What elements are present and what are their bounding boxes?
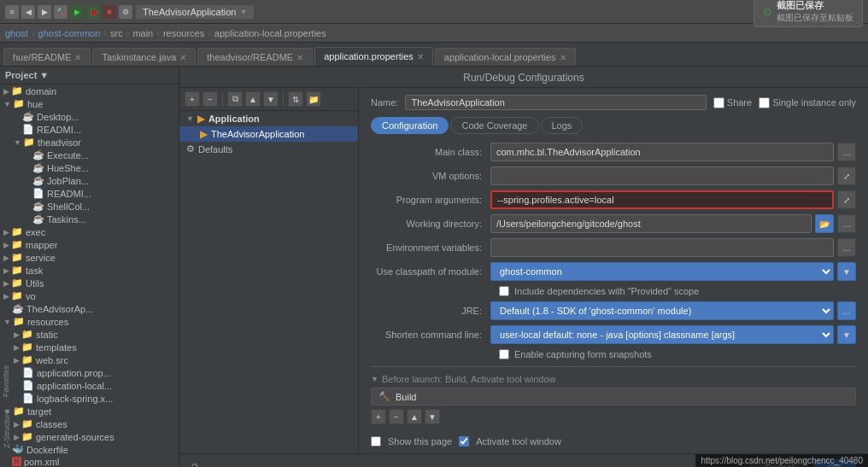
- program-args-input[interactable]: [490, 190, 834, 209]
- shorten-select[interactable]: user-local default: none - java [options…: [490, 325, 834, 344]
- menu-icon[interactable]: ≡: [5, 5, 19, 19]
- breadcrumb-resources[interactable]: resources: [163, 28, 204, 38]
- cancel-button[interactable]: Cancel: [750, 459, 808, 467]
- tab-logs[interactable]: Logs: [541, 117, 584, 134]
- breadcrumb-main[interactable]: main: [132, 28, 153, 38]
- breadcrumb-src[interactable]: src: [110, 28, 123, 38]
- share-checkbox[interactable]: Share: [713, 97, 752, 108]
- tab-application-local[interactable]: application-local.properties ✕: [435, 48, 576, 66]
- sidebar-tree-item[interactable]: 📄READMI...: [0, 187, 179, 200]
- sidebar-tree-item[interactable]: ▶📁static: [0, 328, 179, 341]
- sidebar-tree-item[interactable]: ▶📁Utils: [0, 277, 179, 289]
- module-btn[interactable]: ▼: [837, 262, 856, 281]
- tab-taskinstance-close[interactable]: ✕: [179, 53, 186, 62]
- sidebar-tree-item[interactable]: ▶📁exec: [0, 225, 179, 238]
- shorten-btn[interactable]: ▼: [837, 325, 856, 344]
- sidebar-tree-item[interactable]: 📄READMI...: [0, 123, 179, 136]
- sidebar-tree-item[interactable]: ▶📁classes: [0, 417, 179, 430]
- tab-code-coverage[interactable]: Code Coverage: [450, 117, 538, 134]
- working-dir-input[interactable]: [490, 214, 812, 233]
- down-launch-btn[interactable]: ▼: [425, 409, 440, 424]
- favorites-label[interactable]: Favorites: [0, 364, 12, 399]
- sidebar-tree-item[interactable]: ☕TheAdvisorAp...: [0, 302, 179, 315]
- tab-hue-readme-close[interactable]: ✕: [74, 53, 81, 62]
- sidebar-tree-item[interactable]: ☕Execute...: [0, 149, 179, 161]
- gear-icon[interactable]: ⚙: [119, 5, 132, 19]
- jre-select[interactable]: Default (1.8 - SDK of 'ghost-common' mod…: [490, 301, 834, 320]
- tab-theadvisor-readme[interactable]: theadvisor/README ✕: [197, 48, 313, 66]
- sidebar-tree-item[interactable]: ☕Desktop...: [0, 110, 179, 123]
- remove-launch-btn[interactable]: −: [389, 409, 404, 424]
- copy-config-btn[interactable]: ⧉: [227, 91, 243, 107]
- sidebar-tree-item[interactable]: ▶📁generated-sources: [0, 430, 179, 443]
- up-config-btn[interactable]: ▲: [245, 91, 261, 107]
- tab-application-properties-close[interactable]: ✕: [417, 52, 424, 61]
- breadcrumb-ghost-common[interactable]: ghost-common: [38, 28, 101, 38]
- sidebar-tree-item[interactable]: 📄application.prop...: [0, 366, 179, 379]
- activate-check[interactable]: [459, 436, 469, 447]
- sidebar-tree-item[interactable]: ▶📁service: [0, 251, 179, 264]
- sidebar-tree-item[interactable]: ▶📁vo: [0, 289, 179, 302]
- remove-config-btn[interactable]: −: [202, 91, 218, 107]
- sidebar-tree-item[interactable]: ▼📁hue: [0, 97, 179, 110]
- sort-config-btn[interactable]: ⇅: [288, 91, 303, 107]
- tab-taskinstance[interactable]: Taskinstance.java ✕: [92, 48, 196, 66]
- sidebar-tree-item[interactable]: ▶📁web.src: [0, 353, 179, 366]
- run-icon[interactable]: ▶: [70, 5, 84, 19]
- sidebar-tree-item[interactable]: ▼📁resources: [0, 315, 179, 328]
- help-icon[interactable]: ?: [191, 461, 198, 467]
- sidebar-header[interactable]: Project ▼: [0, 67, 179, 85]
- tab-application-local-close[interactable]: ✕: [560, 53, 566, 62]
- breadcrumb-ghost[interactable]: ghost: [5, 28, 28, 38]
- forward-icon[interactable]: ▶: [38, 5, 51, 19]
- jre-btn[interactable]: …: [837, 301, 856, 320]
- add-config-btn[interactable]: +: [185, 91, 200, 107]
- up-launch-btn[interactable]: ▲: [407, 409, 422, 424]
- folder-config-btn[interactable]: 📁: [306, 91, 321, 107]
- before-launch-header[interactable]: ▼ Before launch: Build, Activate tool wi…: [371, 374, 856, 384]
- tab-application-properties[interactable]: application.properties ✕: [314, 47, 433, 66]
- single-instance-checkbox[interactable]: Single instance only: [759, 97, 856, 108]
- down-config-btn[interactable]: ▼: [263, 91, 279, 107]
- tab-theadvisor-readme-close[interactable]: ✕: [296, 53, 303, 62]
- sidebar-tree-item[interactable]: ☕ShellCol...: [0, 200, 179, 213]
- include-deps-check[interactable]: [499, 286, 509, 296]
- share-check[interactable]: [713, 97, 724, 108]
- breadcrumb-file[interactable]: application-local.properties: [214, 28, 326, 38]
- add-launch-btn[interactable]: +: [371, 409, 386, 424]
- config-group-application[interactable]: ▼ ▶ Application: [179, 111, 358, 126]
- sidebar-tree-item[interactable]: ▼📁theadvisor: [0, 136, 179, 149]
- working-dir-expand-btn[interactable]: …: [837, 214, 856, 233]
- project-tab[interactable]: TheAdvisorApplication ▼: [136, 5, 254, 19]
- tab-configuration[interactable]: Configuration: [371, 117, 449, 134]
- name-input[interactable]: [405, 95, 706, 110]
- program-args-expand-btn[interactable]: ⤢: [837, 190, 856, 209]
- working-dir-browse-btn[interactable]: 📂: [815, 214, 834, 233]
- build-icon[interactable]: 🔨: [54, 5, 67, 19]
- main-class-btn[interactable]: …: [837, 143, 856, 161]
- vm-options-expand-btn[interactable]: ⤢: [837, 166, 856, 185]
- sidebar-tree-item[interactable]: 📄application-local...: [0, 379, 179, 392]
- stop-icon[interactable]: ■: [103, 5, 116, 19]
- ok-button[interactable]: OK: [813, 459, 856, 467]
- main-class-input[interactable]: [490, 143, 834, 161]
- sidebar-tree-item[interactable]: 📄logback-spring.x...: [0, 392, 179, 405]
- enable-snapshots-check[interactable]: [499, 349, 509, 359]
- single-instance-check[interactable]: [759, 97, 770, 108]
- sidebar-tree-item[interactable]: ☕Taskins...: [0, 213, 179, 225]
- sidebar-tree-item[interactable]: ▶📁task: [0, 264, 179, 277]
- module-select[interactable]: ghost-common: [490, 262, 834, 281]
- vm-options-input[interactable]: [490, 166, 834, 185]
- sidebar-tree-item[interactable]: ▶📁templates: [0, 341, 179, 353]
- config-item-theadvisor[interactable]: ▶ TheAdvisorApplication: [179, 126, 358, 142]
- sidebar-tree-item[interactable]: ☕JobPlan...: [0, 174, 179, 187]
- sidebar-tree-item[interactable]: ▶📁mapper: [0, 238, 179, 251]
- tab-hue-readme[interactable]: hue/README ✕: [3, 48, 91, 66]
- env-vars-btn[interactable]: …: [837, 238, 856, 257]
- back-icon[interactable]: ◀: [21, 5, 35, 19]
- sidebar-tree-item[interactable]: ☕HueShe...: [0, 161, 179, 174]
- show-page-check[interactable]: [371, 436, 381, 447]
- debug-icon[interactable]: 🐞: [86, 5, 100, 19]
- sidebar-tree-item[interactable]: ▼📁target: [0, 405, 179, 417]
- config-item-defaults[interactable]: ⚙ Defaults: [179, 142, 358, 156]
